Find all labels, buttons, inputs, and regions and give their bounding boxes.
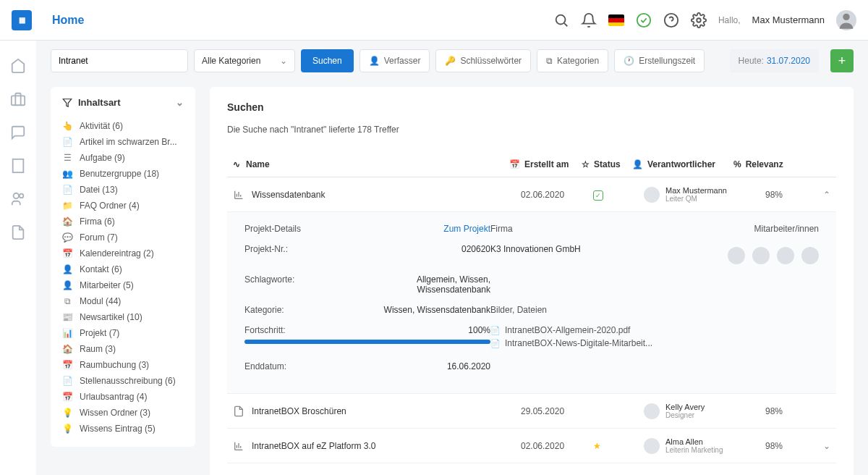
avatar[interactable] bbox=[752, 247, 770, 264]
svg-point-6 bbox=[843, 13, 849, 20]
page-title[interactable]: Home bbox=[52, 14, 84, 27]
filter-categories[interactable]: ⧉Kategorien bbox=[537, 49, 608, 72]
result-row[interactable]: IntranetBOX auf eZ Platform 3.0 02.06.20… bbox=[227, 429, 836, 463]
filter-keywords[interactable]: 🔑Schlüsselwörter bbox=[435, 49, 531, 72]
type-icon: 👥 bbox=[62, 169, 72, 179]
svg-line-1 bbox=[564, 23, 567, 26]
users-icon[interactable] bbox=[10, 191, 26, 207]
type-icon: 📊 bbox=[62, 328, 72, 338]
sidebar-item[interactable]: 📄Datei (13) bbox=[62, 182, 184, 198]
sidebar-item[interactable]: 📊Projekt (7) bbox=[62, 325, 184, 341]
chevron-down-icon: ⌄ bbox=[176, 97, 184, 108]
sidebar-item[interactable]: 📅Raumbuchung (3) bbox=[62, 357, 184, 373]
sidebar-item[interactable]: ☰Aufgabe (9) bbox=[62, 150, 184, 166]
sidebar-item[interactable]: 🏠Firma (6) bbox=[62, 214, 184, 230]
type-icon: 📄 bbox=[62, 137, 72, 147]
file-link[interactable]: 📄IntranetBOX-News-Digitale-Mitarbeit... bbox=[490, 338, 819, 348]
person-icon: 👤 bbox=[369, 56, 380, 66]
calendar-icon: 📅 bbox=[509, 159, 520, 169]
user-name[interactable]: Max Mustermann bbox=[752, 14, 825, 25]
avatar[interactable] bbox=[728, 247, 745, 264]
type-icon: ⧉ bbox=[62, 296, 72, 306]
file-icon[interactable] bbox=[10, 224, 26, 240]
to-project-link[interactable]: Zum Projekt bbox=[443, 224, 490, 234]
key-icon: 🔑 bbox=[445, 56, 456, 66]
chart-icon bbox=[233, 189, 244, 201]
filter-created[interactable]: 🕐Erstellungszeit bbox=[614, 49, 705, 72]
greeting-label: Hallo, bbox=[718, 15, 741, 25]
sidebar-item[interactable]: 💡Wissen Ordner (3) bbox=[62, 405, 184, 421]
search-icon[interactable] bbox=[553, 12, 569, 28]
sidebar-item[interactable]: 📄Stellenausschreibung (6) bbox=[62, 373, 184, 389]
type-icon: 📰 bbox=[62, 312, 72, 322]
type-icon: ☰ bbox=[62, 153, 72, 163]
result-row[interactable]: IntranetBOX Broschüren 29.05.2020 Kelly … bbox=[227, 394, 836, 429]
sidebar-item[interactable]: 📰Newsartikel (10) bbox=[62, 309, 184, 325]
filter-author[interactable]: 👤Verfasser bbox=[359, 49, 430, 72]
copy-icon: ⧉ bbox=[546, 56, 553, 66]
sort-icon[interactable]: ∿ bbox=[233, 159, 240, 169]
check-circle-icon[interactable] bbox=[636, 12, 652, 28]
svg-point-2 bbox=[637, 13, 650, 26]
expand-icon[interactable]: ⌄ bbox=[803, 441, 836, 451]
help-icon[interactable] bbox=[663, 12, 679, 28]
avatar[interactable] bbox=[801, 247, 819, 264]
type-icon: 📅 bbox=[62, 392, 72, 402]
building-icon[interactable] bbox=[10, 158, 26, 174]
type-icon: 👤 bbox=[62, 264, 72, 274]
document-icon bbox=[233, 405, 244, 417]
table-header: ∿Name 📅Erstellt am ☆Status 👤Verantwortli… bbox=[227, 152, 836, 177]
sidebar-item[interactable]: 📅Kalendereintrag (2) bbox=[62, 245, 184, 261]
sidebar-item[interactable]: ⧉Modul (44) bbox=[62, 293, 184, 309]
chat-icon[interactable] bbox=[10, 125, 26, 140]
category-select[interactable]: Alle Kategorien ⌄ bbox=[194, 49, 295, 72]
sidebar-item[interactable]: 👆Aktivität (6) bbox=[62, 118, 184, 134]
row-details: Projekt-DetailsZum Projekt FirmaMitarbei… bbox=[227, 212, 836, 394]
svg-point-12 bbox=[20, 194, 24, 198]
svg-point-0 bbox=[556, 14, 566, 24]
star-icon: ★ bbox=[593, 441, 601, 451]
pdf-icon: 📄 bbox=[490, 339, 501, 348]
filter-icon bbox=[62, 98, 72, 108]
results-heading: Suchen bbox=[227, 101, 836, 113]
sidebar-header[interactable]: Inhaltsart ⌄ bbox=[62, 97, 184, 108]
sidebar-item[interactable]: 📄Artikel im schwarzen Br... bbox=[62, 134, 184, 150]
user-avatar[interactable] bbox=[836, 10, 856, 30]
sidebar-item[interactable]: 💬Forum (7) bbox=[62, 230, 184, 245]
bell-icon[interactable] bbox=[581, 12, 597, 28]
avatar[interactable] bbox=[777, 247, 794, 264]
collapse-icon[interactable]: ⌃ bbox=[803, 190, 836, 200]
pdf-icon: 📄 bbox=[490, 326, 501, 335]
content-type-sidebar: Inhaltsart ⌄ 👆Aktivität (6)📄Artikel im s… bbox=[51, 87, 195, 447]
briefcase-icon[interactable] bbox=[10, 91, 26, 107]
sidebar-item[interactable]: 🏠Raum (3) bbox=[62, 341, 184, 357]
sidebar-item[interactable]: 📁FAQ Ordner (4) bbox=[62, 198, 184, 214]
avatar bbox=[644, 187, 660, 203]
sidebar-item[interactable]: 👤Mitarbeiter (5) bbox=[62, 277, 184, 293]
home-icon[interactable] bbox=[10, 58, 26, 74]
search-input[interactable] bbox=[51, 49, 188, 72]
svg-marker-13 bbox=[63, 98, 72, 106]
results-summary: Die Suche nach "Intranet" lieferte 178 T… bbox=[227, 125, 836, 135]
search-button[interactable]: Suchen bbox=[301, 49, 354, 72]
app-logo[interactable]: ▦ bbox=[12, 10, 32, 30]
add-button[interactable]: + bbox=[830, 49, 854, 72]
chevron-down-icon: ⌄ bbox=[280, 56, 287, 66]
type-icon: 📄 bbox=[62, 376, 72, 386]
person-icon: 👤 bbox=[632, 159, 643, 169]
percent-icon: % bbox=[733, 159, 741, 169]
sidebar-item[interactable]: 💡Wissens Eintrag (5) bbox=[62, 421, 184, 437]
type-icon: 💡 bbox=[62, 408, 72, 418]
results-panel: Suchen Die Suche nach "Intranet" liefert… bbox=[210, 87, 854, 475]
type-icon: 💡 bbox=[62, 424, 72, 434]
file-link[interactable]: 📄IntranetBOX-Allgemein-2020.pdf bbox=[490, 325, 819, 335]
result-row[interactable]: Wissensdatenbank 02.06.2020 ✓ Max Muster… bbox=[227, 177, 836, 212]
sidebar-item[interactable]: 👤Kontakt (6) bbox=[62, 261, 184, 277]
language-flag-de[interactable] bbox=[608, 14, 624, 26]
star-icon: ☆ bbox=[582, 159, 590, 169]
app-header: ▦ Home Hallo, Max Mustermann bbox=[0, 0, 868, 41]
gear-icon[interactable] bbox=[691, 12, 707, 28]
sidebar-item[interactable]: 📅Urlaubsantrag (4) bbox=[62, 389, 184, 405]
sidebar-item[interactable]: 👥Benutzergruppe (18) bbox=[62, 166, 184, 182]
search-bar: Alle Kategorien ⌄ Suchen 👤Verfasser 🔑Sch… bbox=[51, 49, 854, 72]
